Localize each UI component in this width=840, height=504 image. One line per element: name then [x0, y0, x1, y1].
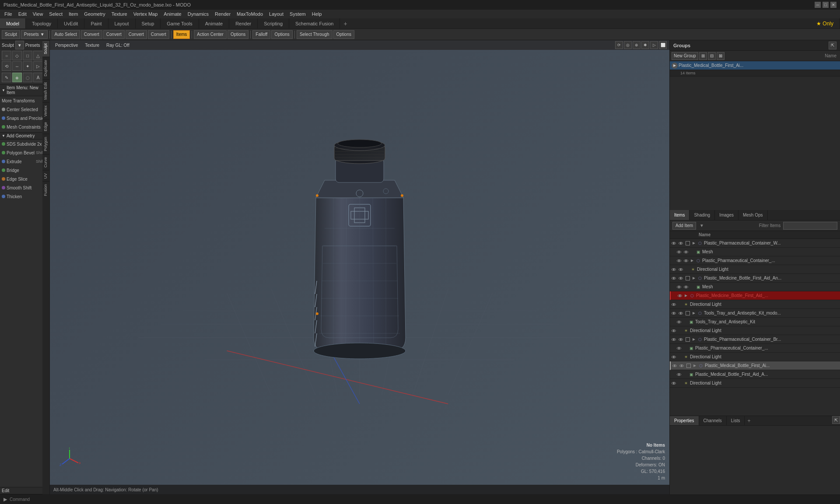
- item-row-12[interactable]: ▣ Plastic_Pharmaceutical_Container_...: [670, 344, 840, 353]
- item-row-1[interactable]: ▣ Mesh: [670, 248, 840, 256]
- tool-icon-diamond[interactable]: ◇: [12, 51, 22, 60]
- item-row-15[interactable]: ▣ Plastic_Medical_Bottle_First_Aid_A...: [670, 370, 840, 379]
- tool-icon-triangle[interactable]: △: [33, 51, 43, 60]
- item-expand-14[interactable]: ▶: [693, 364, 697, 368]
- lpanel-tab-sculpt[interactable]: Sculpt: [42, 40, 49, 57]
- convert-button-2[interactable]: Convert: [103, 30, 125, 39]
- select-through-button[interactable]: Select Through: [297, 30, 332, 39]
- groups-icon-2[interactable]: ⊟: [708, 52, 716, 60]
- tool-icon-circle[interactable]: ○: [2, 51, 11, 60]
- convert-button-4[interactable]: Convert: [148, 30, 169, 39]
- item-vis-0[interactable]: [671, 240, 677, 246]
- item-vis-12[interactable]: [676, 345, 682, 351]
- item-expand-8[interactable]: ▶: [692, 311, 696, 315]
- tab-setup[interactable]: Setup: [136, 18, 161, 28]
- tool-icon-text[interactable]: A: [33, 73, 43, 82]
- item-expand-4[interactable]: ▶: [692, 276, 696, 280]
- item-vis-2b[interactable]: [683, 258, 689, 264]
- add-item-button[interactable]: Add Item: [672, 222, 696, 230]
- group-item-main[interactable]: ▶ Plastic_Medical_Bottle_First_Ai...: [670, 61, 840, 70]
- item-vis-14[interactable]: [672, 363, 678, 369]
- item-row-5[interactable]: ▣ Mesh: [670, 283, 840, 291]
- menu-animate[interactable]: Animate: [161, 10, 184, 18]
- menu-texture[interactable]: Texture: [109, 10, 130, 18]
- item-row-7[interactable]: ☀ Directional Light: [670, 300, 840, 309]
- menu-system[interactable]: System: [287, 10, 308, 18]
- lpanel-tab-curve[interactable]: Curve: [42, 154, 49, 170]
- item-row-11[interactable]: ▶ ⬡ Plastic_Pharmaceutical_Container_Br.…: [670, 335, 840, 344]
- lpanel-tab-edge[interactable]: Edge: [42, 119, 49, 134]
- item-vis-10[interactable]: [671, 328, 677, 334]
- item-vis-14b[interactable]: [679, 363, 685, 369]
- group-vis-btn[interactable]: ▶: [672, 63, 678, 69]
- item-row-10[interactable]: ☀ Directional Light: [670, 326, 840, 335]
- vp-icon-5[interactable]: ▷: [650, 41, 658, 49]
- auto-select-button[interactable]: Auto Select: [52, 30, 80, 39]
- viewport[interactable]: Perspective Texture Ray GL: Off ⟳ ◎ ⊕ ✱ …: [50, 40, 669, 494]
- filter-items-input[interactable]: [783, 222, 837, 230]
- menu-file[interactable]: File: [2, 10, 15, 18]
- item-vis-3[interactable]: [671, 266, 677, 273]
- menu-vertex-map[interactable]: Vertex Map: [131, 10, 161, 18]
- prop-tab-lists[interactable]: Lists: [727, 416, 745, 425]
- lpanel-tab-polygon[interactable]: Polygon: [42, 134, 49, 154]
- item-vis-16[interactable]: [671, 380, 677, 386]
- item-vis-1[interactable]: [676, 249, 682, 255]
- item-vis-8b[interactable]: [678, 310, 684, 316]
- item-vis-8c[interactable]: [685, 310, 691, 316]
- item-row-6[interactable]: ▶ ⬡ Plastic_Medicine_Bottle_First_Aid_..…: [670, 291, 840, 300]
- tab-layout[interactable]: Layout: [108, 18, 136, 28]
- item-vis-3b[interactable]: [678, 266, 684, 273]
- item-vis-9[interactable]: [676, 319, 682, 325]
- item-row-8[interactable]: ▶ ⬡ Tools_Tray_and_Antiseptic_Kit_modo..…: [670, 309, 840, 318]
- item-vis-8[interactable]: [671, 310, 677, 316]
- items-list[interactable]: ▶ ⬡ Plastic_Pharmaceutical_Container_W..…: [670, 239, 840, 416]
- right-tab-shading[interactable]: Shading: [690, 210, 715, 220]
- menu-select[interactable]: Select: [46, 10, 65, 18]
- item-expand-11[interactable]: ▶: [692, 337, 696, 341]
- items-dropdown-arrow[interactable]: ▼: [698, 223, 706, 228]
- item-vis-2[interactable]: [676, 258, 682, 264]
- groups-expand-icon[interactable]: ⇱: [829, 42, 836, 49]
- tool-icon-arrows[interactable]: ⟲: [2, 61, 11, 71]
- vp-icon-3[interactable]: ⊕: [633, 41, 640, 49]
- menu-dynamics[interactable]: Dynamics: [185, 10, 211, 18]
- tab-uvedit[interactable]: UvEdit: [58, 18, 84, 28]
- lpanel-tab-vertex[interactable]: Vertex: [42, 102, 49, 119]
- item-vis-11b[interactable]: [678, 336, 684, 343]
- menu-item[interactable]: Item: [66, 10, 80, 18]
- tab-star[interactable]: ★ Only: [810, 18, 840, 28]
- item-row-2[interactable]: ▶ ⬡ Plastic_Pharmaceutical_Container_...: [670, 256, 840, 265]
- prop-tab-properties[interactable]: Properties: [670, 416, 699, 425]
- lpanel-tab-uv[interactable]: UV: [42, 170, 49, 182]
- groups-list[interactable]: ▶ Plastic_Medical_Bottle_First_Ai... 14 …: [670, 61, 840, 210]
- maximize-button[interactable]: □: [822, 2, 829, 8]
- command-input[interactable]: [10, 497, 836, 502]
- tool-icon-select[interactable]: ◈: [12, 73, 22, 82]
- falloff-button[interactable]: Falloff: [252, 30, 270, 39]
- right-tab-mesh-ops[interactable]: Mesh Ops: [738, 210, 768, 220]
- tool-icon-scale[interactable]: ↔: [12, 61, 22, 71]
- item-vis-0b[interactable]: [678, 240, 684, 246]
- item-vis-7[interactable]: [671, 301, 677, 308]
- close-button[interactable]: ✕: [830, 2, 836, 8]
- item-vis-5[interactable]: [676, 284, 682, 290]
- menu-help[interactable]: Help: [309, 10, 325, 18]
- vp-icon-1[interactable]: ⟳: [615, 41, 623, 49]
- options-button-2[interactable]: Options: [271, 30, 292, 39]
- item-vis-5b[interactable]: [683, 284, 689, 290]
- item-vis-4[interactable]: [671, 275, 677, 281]
- lpanel-tab-mesh-edit[interactable]: Mesh Edit: [42, 79, 49, 102]
- item-vis-4b[interactable]: [678, 275, 684, 281]
- tab-paint[interactable]: Paint: [84, 18, 108, 28]
- item-row-3[interactable]: ☀ Directional Light: [670, 265, 840, 274]
- lpanel-tab-fusion[interactable]: Fusion: [42, 181, 49, 199]
- presets-button[interactable]: Presets ▼: [21, 30, 48, 39]
- tab-game-tools[interactable]: Game Tools: [161, 18, 199, 28]
- item-row-13[interactable]: ☀ Directional Light: [670, 353, 840, 361]
- menu-view[interactable]: View: [30, 10, 46, 18]
- prop-expand-icon[interactable]: ⇱: [832, 416, 840, 424]
- presets-small-button[interactable]: ▼: [15, 41, 24, 49]
- groups-icon-3[interactable]: ⊠: [717, 52, 724, 60]
- tool-icon-pen[interactable]: ✎: [2, 73, 11, 82]
